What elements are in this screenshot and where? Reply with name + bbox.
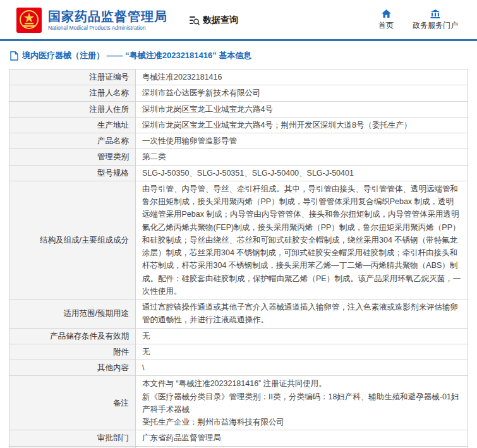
table-row: 适用范围/预期用途 通过宫腔镜操作通道或其他子宫介入器械通道插入输卵管，注入色素… — [9, 300, 468, 329]
table-row: 生产地址 深圳市龙岗区宝龙工业城宝龙六路4号；荆州开发区深圳大道8号（委托生产） — [9, 117, 468, 133]
row-label: 适用范围/预期用途 — [9, 300, 136, 329]
row-value: 通过宫腔镜操作通道或其他子宫介入器械通道插入输卵管，注入色素液或造影剂来评估输卵… — [136, 300, 468, 329]
row-label: 结构及组成/主要组成成分 — [9, 181, 136, 299]
document-icon — [10, 51, 18, 61]
nav-home[interactable]: 首页 — [378, 9, 394, 31]
nav-home-label: 首页 — [378, 20, 394, 31]
page: 国家药品监督管理局 National Medical Products Admi… — [0, 0, 477, 448]
table-row: 其他内容 \ — [9, 360, 468, 376]
table-row: 备注 本文件与 “粤械注准20232181416” 注册证共同使用。 新《医疗器… — [9, 376, 468, 430]
row-label: 注册证编号 — [9, 70, 136, 85]
search-icon — [189, 15, 200, 26]
row-label: 型号规格 — [9, 165, 136, 181]
registration-info-table: 注册证编号 粤械注准20232181416 注册人名称 深圳市益心达医学新技术有… — [9, 69, 468, 448]
row-value: 无 — [136, 328, 468, 344]
table-row: 注册证编号 粤械注准20232181416 — [9, 70, 468, 85]
row-label: 备注 — [9, 376, 136, 430]
row-label: 注册人名称 — [9, 85, 136, 101]
row-label: 产品储存条件及有效期 — [9, 328, 136, 344]
data-query-label: 数据查询 — [203, 15, 238, 26]
breadcrumb-text: 境内医疗器械（注册） —— “粤械注准20232181416” 基本信息 — [22, 50, 251, 61]
row-value: \ — [136, 360, 468, 376]
row-value: 深圳市龙岗区宝龙工业城宝龙六路4号；荆州开发区深圳大道8号（委托生产） — [136, 117, 468, 133]
row-label: 管理类别 — [9, 149, 136, 165]
row-value: 深圳市益心达医学新技术有限公司 — [136, 85, 468, 101]
row-value: 一次性使用输卵管造影导管 — [136, 133, 468, 149]
table-row: 附件 无 — [9, 344, 468, 360]
breadcrumb: 境内医疗器械（注册） —— “粤械注准20232181416” 基本信息 — [10, 50, 468, 61]
row-value: 本文件与 “粤械注准20232181416” 注册证共同使用。 新《医疗器械分类… — [136, 376, 468, 430]
row-value: 第二类 — [136, 149, 468, 165]
data-query-button[interactable]: 数据查询 — [189, 15, 238, 26]
table-row: 管理类别 第二类 — [9, 149, 468, 165]
site-header: 国家药品监督管理局 National Medical Products Admi… — [0, 0, 477, 39]
nav-portal[interactable]: 政务服务门户 — [413, 9, 458, 31]
government-building-icon — [430, 9, 440, 18]
row-value: 广东省药品监督管理局 — [136, 430, 468, 446]
row-label: 审批部门 — [9, 430, 136, 446]
row-value: SLG-J-50350、SLG-J-50351、SLG-J-50400、SLG-… — [136, 165, 468, 181]
agency-name-en: National Medical Products Administration — [48, 25, 167, 31]
row-label: 注册人住所 — [9, 101, 136, 117]
table-row: 型号规格 SLG-J-50350、SLG-J-50351、SLG-J-50400… — [9, 165, 468, 181]
nav-portal-label: 政务服务门户 — [413, 20, 458, 31]
table-row: 产品名称 一次性使用输卵管造影导管 — [9, 133, 468, 149]
row-value: 无 — [136, 344, 468, 360]
table-row: 注册人住所 深圳市龙岗区宝龙工业城宝龙六路4号 — [9, 101, 468, 117]
row-value: 粤械注准20232181416 — [136, 70, 468, 85]
row-value: 由导引管、内导管、导丝、牵引杆组成。其中，导引管由接头、导引管管体、透明远端管和… — [136, 181, 468, 299]
main-content: 境内医疗器械（注册） —— “粤械注准20232181416” 基本信息 注册证… — [0, 41, 477, 448]
national-emblem-icon — [16, 8, 42, 33]
row-label: 附件 — [9, 344, 136, 360]
agency-name-cn: 国家药品监督管理局 — [48, 9, 167, 23]
row-label: 其他内容 — [9, 360, 136, 376]
table-row: 审批部门 广东省药品监督管理局 — [9, 430, 468, 446]
row-value: 深圳市龙岗区宝龙工业城宝龙六路4号 — [136, 101, 468, 117]
agency-title: 国家药品监督管理局 National Medical Products Admi… — [48, 9, 167, 31]
table-row: 产品储存条件及有效期 无 — [9, 328, 468, 344]
table-row: 结构及组成/主要组成成分 由导引管、内导管、导丝、牵引杆组成。其中，导引管由接头… — [9, 181, 468, 299]
table-row: 注册人名称 深圳市益心达医学新技术有限公司 — [9, 85, 468, 101]
row-label: 产品名称 — [9, 133, 136, 149]
row-label: 生产地址 — [9, 117, 136, 133]
home-icon — [382, 9, 391, 18]
